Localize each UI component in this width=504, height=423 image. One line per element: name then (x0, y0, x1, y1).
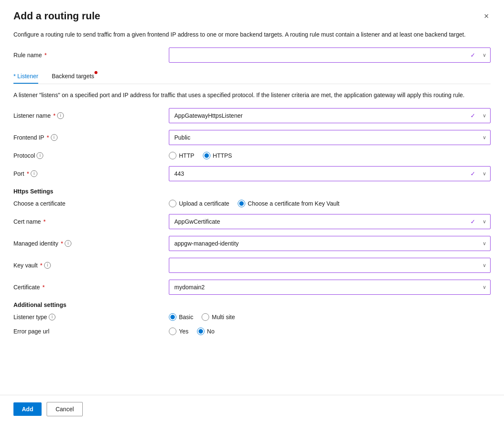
choose-cert-control: Upload a certificate Choose a certificat… (169, 200, 491, 207)
certificate-control: mydomain2 ∨ (169, 280, 491, 295)
additional-settings-header: Additional settings (13, 301, 491, 308)
required-star: * (53, 112, 55, 119)
certificate-select[interactable]: mydomain2 (169, 280, 491, 295)
add-routing-rule-dialog: Add a routing rule × Configure a routing… (0, 0, 504, 423)
close-button[interactable]: × (482, 10, 491, 22)
protocol-https-radio[interactable] (203, 152, 210, 159)
checkmark-icon: ✓ (470, 52, 475, 58)
key-vault-info-icon[interactable]: i (44, 262, 51, 269)
listener-name-select[interactable]: AppGatewayHttpsListener (169, 108, 491, 123)
add-button[interactable]: Add (13, 402, 42, 416)
tab-listener[interactable]: * Listener (13, 69, 38, 84)
error-page-yes-label: Yes (179, 328, 189, 335)
protocol-label: Protocol i (13, 152, 169, 159)
upload-cert-label: Upload a certificate (179, 200, 229, 207)
keyvault-cert-radio[interactable] (238, 200, 245, 207)
required-star: * (45, 52, 47, 58)
listener-type-multisite-label: Multi site (212, 314, 235, 320)
dialog-description: Configure a routing rule to send traffic… (13, 30, 475, 39)
cert-name-control: AppGwCertificate ✓ ∨ (169, 214, 491, 229)
rule-name-input-wrapper: rule1 ✓ ∨ (169, 48, 491, 63)
port-label: Port * i (13, 170, 169, 177)
listener-type-multisite-radio[interactable] (202, 313, 209, 321)
listener-type-multisite-option[interactable]: Multi site (202, 313, 235, 321)
keyvault-cert-label: Choose a certificate from Key Vault (248, 200, 339, 207)
https-settings-header: Https Settings (13, 188, 491, 195)
tabs-row: * Listener Backend targets (13, 69, 491, 84)
chevron-down-icon: ∨ (483, 135, 486, 140)
cert-name-select[interactable]: AppGwCertificate (169, 214, 491, 229)
key-vault-select[interactable] (169, 258, 491, 273)
key-vault-row: Key vault * i ∨ (13, 258, 491, 273)
error-page-url-row: Error page url Yes No (13, 328, 491, 335)
frontend-ip-label: Frontend IP * i (13, 134, 169, 141)
cert-name-wrapper: AppGwCertificate ✓ ∨ (169, 214, 491, 229)
listener-name-wrapper: AppGatewayHttpsListener ✓ ∨ (169, 108, 491, 123)
port-select[interactable]: 443 (169, 166, 491, 181)
frontend-ip-wrapper: Public ∨ (169, 130, 491, 145)
key-vault-control: ∨ (169, 258, 491, 273)
protocol-http-label: HTTP (179, 152, 194, 159)
listener-type-row: Listener type i Basic Multi site (13, 313, 491, 321)
rule-name-label: Rule name * (13, 52, 169, 58)
listener-name-control: AppGatewayHttpsListener ✓ ∨ (169, 108, 491, 123)
notification-dot (94, 71, 97, 74)
listener-type-basic-option[interactable]: Basic (169, 313, 193, 321)
frontend-ip-info-icon[interactable]: i (51, 134, 58, 141)
managed-identity-info-icon[interactable]: i (65, 240, 71, 247)
upload-cert-radio[interactable] (169, 200, 176, 207)
chevron-down-icon: ∨ (483, 113, 486, 119)
rule-name-row: Rule name * rule1 ✓ ∨ (13, 48, 491, 63)
dialog-footer: Add Cancel (0, 395, 504, 423)
upload-cert-option[interactable]: Upload a certificate (169, 200, 229, 207)
key-vault-wrapper: ∨ (169, 258, 491, 273)
managed-identity-wrapper: appgw-managed-identity ∨ (169, 236, 491, 251)
rule-name-control: rule1 ✓ ∨ (169, 48, 491, 63)
required-star: * (27, 170, 29, 177)
form-area: Listener name * i AppGatewayHttpsListene… (13, 108, 491, 395)
protocol-https-option[interactable]: HTTPS (203, 152, 232, 159)
port-info-icon[interactable]: i (31, 170, 37, 177)
protocol-https-label: HTTPS (213, 152, 232, 159)
port-row: Port * i 443 ✓ ∨ (13, 166, 491, 181)
protocol-row: Protocol i HTTP HTTPS (13, 152, 491, 159)
required-star: * (40, 262, 42, 269)
error-page-url-radio-group: Yes No (169, 328, 491, 335)
keyvault-cert-option[interactable]: Choose a certificate from Key Vault (238, 200, 339, 207)
dialog-title: Add a routing rule (13, 10, 100, 22)
certificate-label: Certificate * (13, 284, 169, 291)
chevron-down-icon: ∨ (483, 171, 486, 177)
managed-identity-control: appgw-managed-identity ∨ (169, 236, 491, 251)
frontend-ip-select[interactable]: Public (169, 130, 491, 145)
certificate-wrapper: mydomain2 ∨ (169, 280, 491, 295)
rule-name-input[interactable]: rule1 (169, 48, 491, 63)
error-page-yes-option[interactable]: Yes (169, 328, 189, 335)
chevron-icon: ∨ (483, 52, 486, 58)
required-star: * (43, 218, 45, 225)
listener-type-info-icon[interactable]: i (49, 314, 55, 320)
error-page-url-label: Error page url (13, 328, 169, 335)
listener-name-info-icon[interactable]: i (57, 112, 64, 119)
error-page-yes-radio[interactable] (169, 328, 176, 335)
protocol-http-option[interactable]: HTTP (169, 152, 194, 159)
frontend-ip-control: Public ∨ (169, 130, 491, 145)
protocol-control: HTTP HTTPS (169, 152, 491, 159)
listener-type-label: Listener type i (13, 314, 169, 320)
managed-identity-row: Managed identity * i appgw-managed-ident… (13, 236, 491, 251)
listener-type-control: Basic Multi site (169, 313, 491, 321)
cancel-button[interactable]: Cancel (47, 402, 83, 416)
protocol-http-radio[interactable] (169, 152, 176, 159)
listener-type-basic-radio[interactable] (169, 313, 176, 321)
protocol-info-icon[interactable]: i (37, 152, 43, 159)
choose-cert-label: Choose a certificate (13, 200, 169, 207)
listener-type-radio-group: Basic Multi site (169, 313, 491, 321)
managed-identity-select[interactable]: appgw-managed-identity (169, 236, 491, 251)
chevron-down-icon: ∨ (483, 241, 486, 246)
error-page-no-radio[interactable] (197, 328, 205, 335)
cert-name-row: Cert name * AppGwCertificate ✓ ∨ (13, 214, 491, 229)
choose-cert-radio-group: Upload a certificate Choose a certificat… (169, 200, 491, 207)
checkmark-icon: ✓ (470, 218, 475, 225)
tab-backend-targets[interactable]: Backend targets (52, 69, 94, 84)
required-star: * (42, 284, 45, 291)
error-page-no-option[interactable]: No (197, 328, 215, 335)
